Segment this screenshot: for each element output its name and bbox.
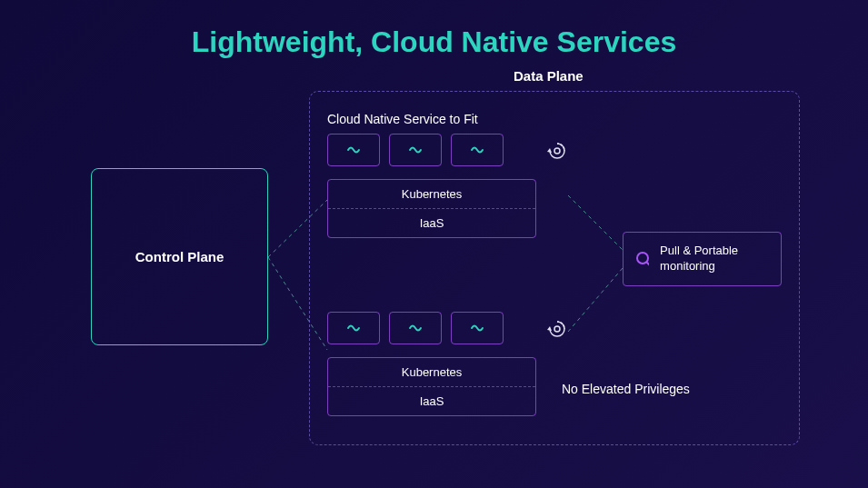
cluster-2: Kubernetes IaaS [327, 312, 536, 416]
privileges-label: No Elevated Privileges [562, 382, 690, 396]
layer-kubernetes: Kubernetes [328, 358, 535, 386]
wave-icon [470, 321, 484, 335]
control-plane-label: Control Plane [135, 249, 224, 264]
pod-box [389, 312, 442, 344]
monitoring-box: Pull & Portable monitoring [623, 232, 782, 286]
wave-icon [470, 143, 484, 157]
search-icon [634, 250, 649, 268]
pod-box [327, 134, 380, 166]
cluster-1: Kubernetes IaaS [327, 134, 536, 238]
section-title: Cloud Native Service to Fit [327, 112, 478, 126]
page-title: Lightweight, Cloud Native Services [0, 0, 868, 59]
sync-icon [547, 319, 567, 339]
pod-box [389, 134, 442, 166]
data-plane-label: Data Plane [514, 68, 584, 84]
wave-icon [408, 143, 423, 157]
wave-icon [346, 321, 361, 335]
layer-kubernetes: Kubernetes [328, 180, 535, 208]
wave-icon [408, 321, 423, 335]
layer-stack: Kubernetes IaaS [327, 179, 536, 238]
layer-iaas: IaaS [328, 386, 535, 415]
layer-stack: Kubernetes IaaS [327, 357, 536, 416]
pod-box [327, 312, 380, 344]
monitoring-label: Pull & Portable monitoring [660, 244, 770, 274]
sync-icon [547, 141, 567, 161]
pod-box [451, 312, 504, 344]
pod-box [451, 134, 504, 166]
wave-icon [346, 143, 361, 157]
layer-iaas: IaaS [328, 208, 535, 237]
control-plane-box: Control Plane [91, 168, 268, 345]
